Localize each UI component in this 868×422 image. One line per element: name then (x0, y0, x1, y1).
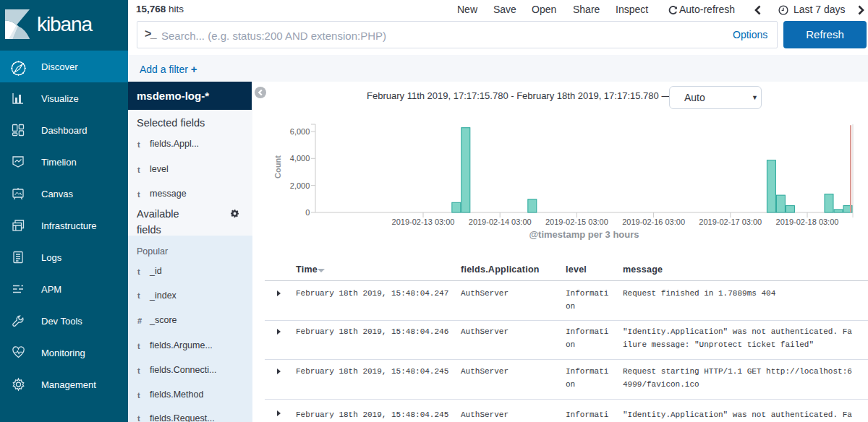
svg-text:6,000: 6,000 (290, 127, 310, 136)
svg-text:2019-02-16 03:00: 2019-02-16 03:00 (622, 218, 685, 226)
svg-text:4,000: 4,000 (290, 154, 310, 163)
svg-text:2019-02-17 03:00: 2019-02-17 03:00 (699, 218, 762, 226)
svg-text:2019-02-14 03:00: 2019-02-14 03:00 (469, 218, 532, 226)
svg-text:2019-02-13 03:00: 2019-02-13 03:00 (392, 218, 455, 226)
svg-text:2019-02-15 03:00: 2019-02-15 03:00 (545, 218, 608, 226)
svg-text:2,000: 2,000 (290, 181, 310, 190)
svg-text:0: 0 (305, 208, 310, 217)
svg-text:2019-02-18 03:00: 2019-02-18 03:00 (776, 218, 839, 226)
svg-text:@timestamp per 3 hours: @timestamp per 3 hours (529, 229, 639, 240)
svg-text:Count: Count (273, 155, 282, 178)
